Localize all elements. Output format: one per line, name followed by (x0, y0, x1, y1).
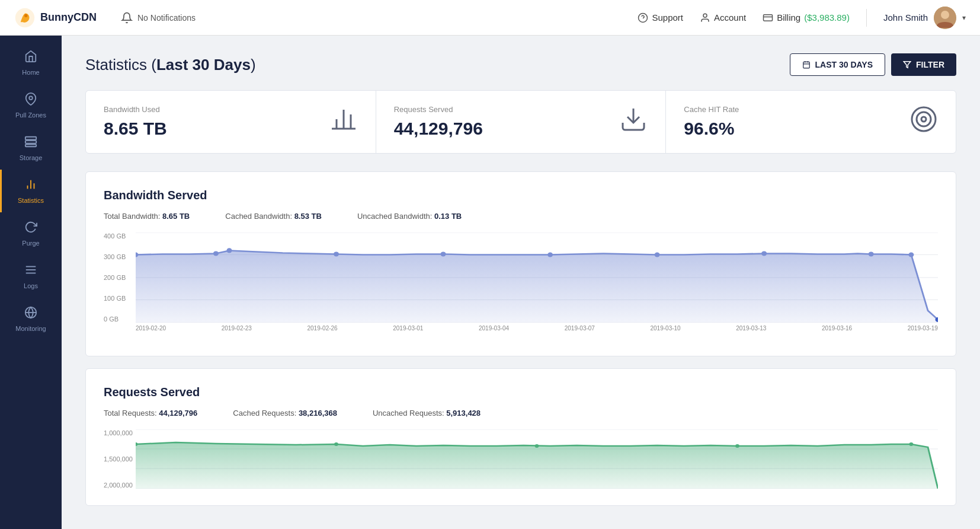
svg-rect-21 (803, 62, 809, 68)
sidebar-item-pull-zones[interactable]: Pull Zones (0, 84, 62, 127)
sidebar: Home Pull Zones Storage (0, 36, 62, 529)
page-title-bold: Last 30 Days (156, 56, 251, 74)
storage-icon (24, 135, 37, 151)
sidebar-item-purge[interactable]: Purge (0, 212, 62, 255)
svg-point-43 (441, 251, 446, 256)
bandwidth-total: Total Bandwidth: 8.65 TB (104, 212, 190, 221)
requests-uncached: Uncached Requests: 5,913,428 (373, 409, 481, 418)
svg-rect-10 (25, 137, 36, 140)
sidebar-item-statistics[interactable]: Statistics (0, 170, 62, 212)
topbar-divider (866, 9, 867, 27)
bandwidth-uncached: Uncached Bandwidth: 0.13 TB (357, 212, 462, 221)
bandwidth-cached: Cached Bandwidth: 8.53 TB (225, 212, 322, 221)
stat-label-cache: Cache HIT Rate (684, 105, 739, 114)
svg-rect-12 (25, 145, 36, 147)
bandwidth-chart-plot (136, 232, 938, 323)
home-icon (24, 50, 37, 65)
bandwidth-chart-section: Bandwidth Served Total Bandwidth: 8.65 T… (85, 171, 956, 356)
stat-card-requests: Requests Served 44,129,796 (376, 91, 667, 153)
bell-icon (121, 12, 133, 24)
sidebar-item-storage[interactable]: Storage (0, 127, 62, 170)
svg-point-55 (334, 442, 338, 446)
last30days-button[interactable]: LAST 30 DAYS (790, 53, 886, 76)
logo-text: BunnyCDN (40, 11, 97, 24)
user-profile[interactable]: John Smith ▾ (883, 7, 966, 29)
sidebar-item-monitoring[interactable]: Monitoring (0, 298, 62, 340)
last30days-label: LAST 30 DAYS (815, 60, 873, 69)
page-header: Statistics (Last 30 Days) LAST 30 DAYS (85, 53, 956, 76)
statistics-icon (24, 178, 37, 193)
billing-amount: ($3,983.89) (804, 12, 850, 23)
svg-marker-25 (904, 62, 911, 68)
requests-svg (136, 429, 938, 489)
user-avatar (934, 7, 956, 29)
cache-icon (909, 105, 938, 139)
avatar-image (934, 7, 956, 29)
billing-link[interactable]: Billing ($3,983.89) (763, 12, 850, 23)
monitoring-icon (24, 306, 37, 321)
filter-label: FILTER (916, 60, 944, 69)
bandwidth-svg (136, 232, 938, 323)
logo-icon (14, 7, 36, 28)
svg-point-48 (908, 252, 914, 257)
notifications-label: No Notifications (137, 13, 196, 23)
stat-info-cache: Cache HIT Rate 96.6% (684, 105, 739, 139)
requests-y-labels: 2,000,000 1,500,000 1,000,000 (104, 429, 132, 489)
svg-point-46 (761, 251, 767, 256)
topbar-right: Support Account Billing ($3,983.89) John… (638, 7, 966, 29)
stat-label-requests: Requests Served (394, 105, 483, 114)
svg-point-58 (909, 442, 913, 446)
requests-chart-title: Requests Served (104, 385, 938, 399)
billing-icon (763, 12, 773, 23)
notifications-button[interactable]: No Notifications (121, 12, 196, 24)
svg-point-47 (869, 251, 874, 256)
stat-info-requests: Requests Served 44,129,796 (394, 105, 483, 139)
sidebar-item-home[interactable]: Home (0, 42, 62, 84)
requests-icon (619, 105, 648, 139)
requests-chart-section: Requests Served Total Requests: 44,129,7… (85, 368, 956, 506)
svg-point-31 (912, 107, 936, 131)
header-buttons: LAST 30 DAYS FILTER (790, 53, 956, 76)
account-icon (700, 12, 710, 23)
requests-chart-meta: Total Requests: 44,129,796 Cached Reques… (104, 409, 938, 418)
svg-point-8 (941, 11, 949, 19)
sidebar-label-home: Home (22, 69, 39, 76)
sidebar-item-logs[interactable]: Logs (0, 255, 62, 298)
sidebar-label-logs: Logs (24, 282, 38, 289)
support-link[interactable]: Support (638, 12, 683, 23)
filter-icon (903, 60, 911, 69)
page-title: Statistics (Last 30 Days) (85, 56, 256, 74)
account-label: Account (714, 12, 746, 23)
sidebar-label-statistics: Statistics (18, 197, 44, 204)
stat-value-cache: 96.6% (684, 119, 739, 139)
svg-point-33 (921, 117, 926, 122)
svg-point-42 (334, 251, 339, 256)
account-link[interactable]: Account (700, 12, 746, 23)
requests-chart-plot (136, 429, 938, 489)
bandwidth-y-labels: 0 GB 100 GB 200 GB 300 GB 400 GB (104, 232, 132, 323)
app-body: Home Pull Zones Storage (0, 36, 980, 529)
sidebar-label-monitoring: Monitoring (15, 325, 46, 332)
user-name: John Smith (883, 12, 928, 23)
support-icon (638, 12, 648, 23)
stat-label-bandwidth: Bandwidth Used (104, 105, 167, 114)
svg-rect-11 (25, 141, 36, 144)
purge-icon (24, 221, 37, 236)
svg-point-32 (917, 112, 931, 126)
bandwidth-icon (329, 105, 358, 139)
chevron-down-icon: ▾ (962, 14, 966, 22)
stat-value-bandwidth: 8.65 TB (104, 119, 167, 139)
filter-button[interactable]: FILTER (891, 53, 956, 76)
stat-value-requests: 44,129,796 (394, 119, 483, 139)
sidebar-label-storage: Storage (20, 154, 43, 161)
billing-label: Billing (777, 12, 800, 23)
stat-card-bandwidth: Bandwidth Used 8.65 TB (86, 91, 376, 153)
requests-chart-area: 2,000,000 1,500,000 1,000,000 (104, 429, 938, 489)
stat-card-cache: Cache HIT Rate 96.6% (666, 91, 956, 153)
svg-point-45 (655, 252, 660, 257)
stat-info-bandwidth: Bandwidth Used 8.65 TB (104, 105, 167, 139)
svg-point-56 (535, 444, 539, 448)
logo[interactable]: BunnyCDN (14, 7, 109, 28)
svg-point-44 (547, 252, 553, 257)
logs-icon (24, 263, 37, 279)
